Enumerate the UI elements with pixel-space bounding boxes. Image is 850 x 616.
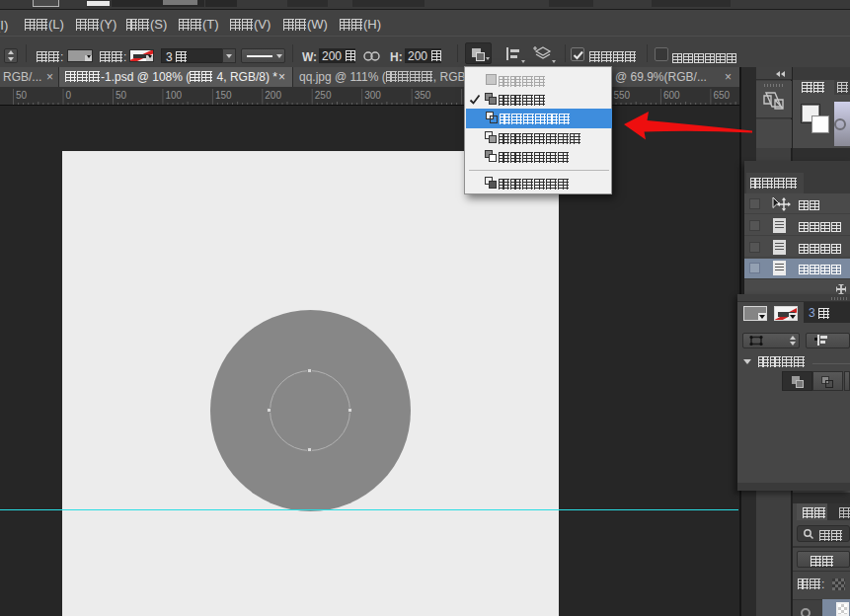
svg-text:250: 250 — [315, 90, 332, 101]
svg-text:350: 350 — [415, 90, 431, 101]
svg-text:200: 200 — [265, 90, 281, 101]
svg-text:550: 550 — [614, 90, 631, 101]
svg-text:100: 100 — [165, 90, 182, 101]
svg-text:600: 600 — [663, 90, 680, 101]
svg-text:150: 150 — [215, 90, 232, 101]
svg-text:50: 50 — [16, 90, 28, 101]
svg-text:50: 50 — [116, 90, 127, 101]
svg-text:300: 300 — [364, 90, 381, 101]
svg-text:650: 650 — [713, 90, 730, 101]
svg-text:0: 0 — [66, 90, 72, 101]
